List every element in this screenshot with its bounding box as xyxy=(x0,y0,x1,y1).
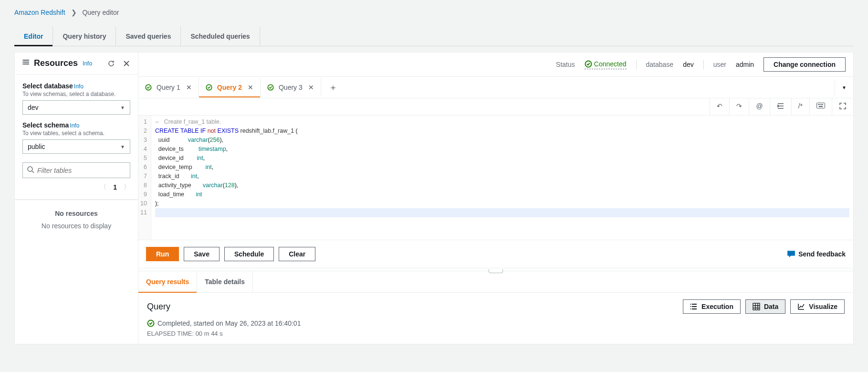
redo-button[interactable]: ↷ xyxy=(729,98,749,115)
list-icon xyxy=(690,303,698,310)
breadcrumb-service[interactable]: Amazon Redshift xyxy=(14,9,65,16)
query-tab-label: Query 2 xyxy=(217,84,242,91)
tab-scheduled-queries[interactable]: Scheduled queries xyxy=(181,27,260,46)
code-line[interactable]: device_temp int, xyxy=(155,163,849,172)
undo-button[interactable]: ↶ xyxy=(710,98,729,115)
code-line[interactable]: device_id int, xyxy=(155,154,849,163)
query-tab-1[interactable]: Query 1✕ xyxy=(138,78,199,97)
tab-saved-queries[interactable]: Saved queries xyxy=(116,27,181,46)
filter-tables-input[interactable] xyxy=(22,162,130,178)
visualize-view-label: Visualize xyxy=(809,303,837,310)
page-number: 1 xyxy=(113,183,117,191)
code-line[interactable] xyxy=(155,208,849,217)
no-resources-text: No resources to display xyxy=(20,222,133,230)
schedule-button[interactable]: Schedule xyxy=(224,247,274,261)
execution-view-label: Execution xyxy=(701,303,733,310)
select-database-hint: To view schemas, select a database. xyxy=(22,91,130,97)
svg-rect-13 xyxy=(819,106,823,107)
svg-rect-11 xyxy=(821,104,822,105)
breadcrumb-current: Query editor xyxy=(82,9,119,16)
clear-button[interactable]: Clear xyxy=(279,247,315,261)
code-line[interactable]: uuid varchar(256), xyxy=(155,136,849,145)
svg-rect-8 xyxy=(817,103,825,108)
check-circle-icon xyxy=(147,319,155,327)
svg-point-15 xyxy=(690,306,691,307)
code-line[interactable]: ); xyxy=(155,199,849,208)
database-select-value: dev xyxy=(28,104,39,111)
visualize-view-button[interactable]: Visualize xyxy=(790,299,845,314)
query-status-text: Completed, started on May 26, 2023 at 16… xyxy=(157,319,301,327)
tab-query-results[interactable]: Query results xyxy=(138,271,197,292)
execution-view-button[interactable]: Execution xyxy=(683,299,741,314)
close-tab-icon[interactable]: ✕ xyxy=(186,84,192,91)
tab-menu-button[interactable]: ▼ xyxy=(835,80,853,95)
query-tab-3[interactable]: Query 3✕ xyxy=(261,78,321,97)
code-line[interactable]: load_time int xyxy=(155,190,849,199)
change-connection-button[interactable]: Change connection xyxy=(763,57,846,72)
schema-select[interactable]: public ▼ xyxy=(22,139,130,154)
no-resources-title: No resources xyxy=(20,210,133,217)
main-tabs: Editor Query history Saved queries Sched… xyxy=(14,27,854,46)
svg-rect-9 xyxy=(818,104,819,105)
code-line[interactable]: device_ts timestamp, xyxy=(155,145,849,154)
save-button[interactable]: Save xyxy=(184,247,220,261)
svg-point-2 xyxy=(22,64,23,64)
search-icon xyxy=(27,166,34,175)
close-tab-icon[interactable]: ✕ xyxy=(308,84,314,91)
data-view-button[interactable]: Data xyxy=(745,299,785,314)
code-line[interactable]: activity_type varchar(128), xyxy=(155,181,849,190)
run-button[interactable]: Run xyxy=(146,247,179,261)
indent-button[interactable] xyxy=(770,98,791,115)
caret-down-icon: ▼ xyxy=(120,144,125,149)
select-schema-label: Select schema xyxy=(22,121,69,129)
database-label: database xyxy=(646,61,674,68)
send-feedback-link[interactable]: Send feedback xyxy=(787,250,846,258)
schema-info-link[interactable]: Info xyxy=(70,122,79,129)
query-result-title: Query xyxy=(147,302,170,312)
connection-status-value: Connected xyxy=(594,60,627,68)
breadcrumb: Amazon Redshift ❯ Query editor xyxy=(0,0,868,21)
elapsed-time: ELAPSED TIME: 00 m 44 s xyxy=(147,330,845,337)
user-label: user xyxy=(713,61,726,68)
svg-rect-10 xyxy=(819,104,820,105)
user-value: admin xyxy=(736,61,754,68)
comment-button[interactable]: /* xyxy=(791,98,809,115)
close-tab-icon[interactable]: ✕ xyxy=(248,84,253,91)
close-icon[interactable] xyxy=(123,60,130,67)
keyboard-button[interactable] xyxy=(809,98,832,115)
caret-down-icon: ▼ xyxy=(120,105,125,110)
tab-editor[interactable]: Editor xyxy=(14,27,53,46)
tab-query-history[interactable]: Query history xyxy=(53,27,116,46)
resources-icon xyxy=(22,58,30,68)
svg-point-3 xyxy=(28,167,32,171)
code-line[interactable]: track_id int, xyxy=(155,172,849,181)
prev-page-icon[interactable]: 〈 xyxy=(100,183,106,191)
divider xyxy=(703,60,704,69)
svg-point-14 xyxy=(690,304,691,305)
svg-point-0 xyxy=(22,60,23,61)
code-line[interactable]: -- Create f_raw_1 table. xyxy=(155,117,849,127)
fullscreen-button[interactable] xyxy=(832,98,853,115)
at-button[interactable]: @ xyxy=(749,98,769,115)
code-editor[interactable]: 1234567891011 -- Create f_raw_1 table.CR… xyxy=(138,116,853,240)
chevron-right-icon: ❯ xyxy=(71,9,77,16)
database-info-link[interactable]: Info xyxy=(74,83,84,90)
refresh-icon[interactable] xyxy=(107,60,115,67)
database-value: dev xyxy=(683,61,694,68)
tab-table-details[interactable]: Table details xyxy=(197,271,253,292)
svg-rect-17 xyxy=(753,303,760,310)
new-tab-button[interactable]: ＋ xyxy=(321,77,345,98)
resources-info-link[interactable]: Info xyxy=(83,60,92,67)
code-line[interactable]: CREATE TABLE IF not EXISTS redshift_lab.… xyxy=(155,127,849,136)
svg-point-1 xyxy=(22,62,23,63)
database-select[interactable]: dev ▼ xyxy=(22,100,130,115)
data-view-label: Data xyxy=(764,303,778,310)
query-tab-2[interactable]: Query 2✕ xyxy=(199,78,261,97)
query-tab-label: Query 1 xyxy=(157,84,180,91)
chart-icon xyxy=(797,303,805,310)
filter-tables-field[interactable] xyxy=(37,167,126,174)
connection-status[interactable]: Connected xyxy=(585,60,627,69)
next-page-icon[interactable]: 〉 xyxy=(124,183,130,191)
status-label: Status xyxy=(556,61,575,68)
select-database-label: Select database xyxy=(22,82,73,90)
